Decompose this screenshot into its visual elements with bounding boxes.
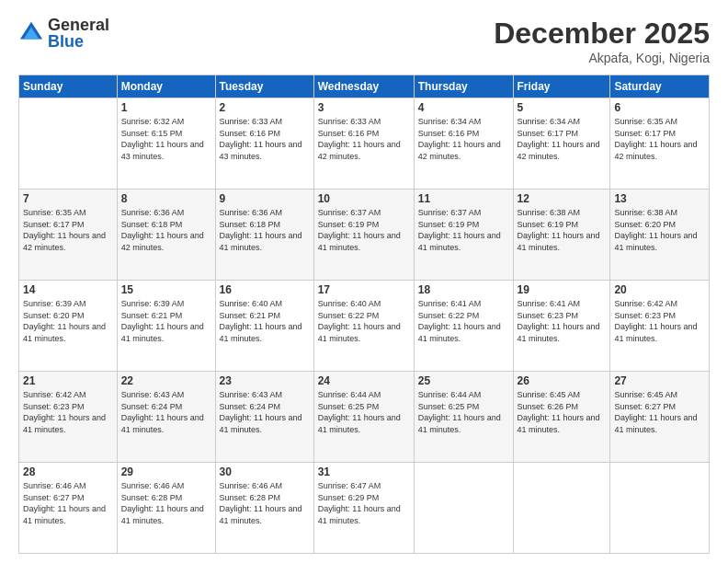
daylight-hours: Daylight: 11 hours and 41 minutes. — [418, 322, 501, 343]
sunset-time: Sunset: 6:15 PM — [121, 129, 183, 138]
page: General Blue December 2025 Akpafa, Kogi,… — [0, 0, 728, 563]
logo-icon — [18, 20, 44, 46]
sunset-time: Sunset: 6:18 PM — [220, 220, 281, 229]
cell-info: Sunrise: 6:44 AM Sunset: 6:25 PM Dayligh… — [418, 389, 509, 435]
sunset-time: Sunset: 6:23 PM — [23, 402, 85, 411]
sunrise-time: Sunrise: 6:43 AM — [220, 390, 283, 399]
daylight-hours: Daylight: 11 hours and 41 minutes. — [220, 504, 302, 525]
sunset-time: Sunset: 6:26 PM — [518, 402, 579, 411]
calendar-cell: 20 Sunrise: 6:42 AM Sunset: 6:23 PM Dayl… — [610, 281, 710, 372]
cell-info: Sunrise: 6:43 AM Sunset: 6:24 PM Dayligh… — [220, 389, 310, 435]
cell-info: Sunrise: 6:40 AM Sunset: 6:21 PM Dayligh… — [220, 298, 310, 344]
sunrise-time: Sunrise: 6:39 AM — [23, 299, 86, 308]
calendar-cell: 30 Sunrise: 6:46 AM Sunset: 6:28 PM Dayl… — [215, 463, 313, 554]
sunset-time: Sunset: 6:16 PM — [220, 129, 281, 138]
sunrise-time: Sunrise: 6:34 AM — [418, 117, 482, 126]
sunrise-time: Sunrise: 6:43 AM — [121, 390, 185, 399]
sunrise-time: Sunrise: 6:36 AM — [220, 208, 283, 217]
calendar-cell: 3 Sunrise: 6:33 AM Sunset: 6:16 PM Dayli… — [313, 98, 414, 190]
calendar-cell: 15 Sunrise: 6:39 AM Sunset: 6:21 PM Dayl… — [117, 281, 215, 372]
calendar-cell: 2 Sunrise: 6:33 AM Sunset: 6:16 PM Dayli… — [215, 98, 313, 190]
logo: General Blue — [18, 17, 109, 50]
day-number: 20 — [614, 283, 705, 296]
sunrise-time: Sunrise: 6:35 AM — [23, 208, 86, 217]
sunset-time: Sunset: 6:17 PM — [518, 129, 579, 138]
day-number: 5 — [518, 101, 607, 114]
daylight-hours: Daylight: 11 hours and 42 minutes. — [23, 231, 106, 252]
day-number: 29 — [121, 465, 211, 478]
daylight-hours: Daylight: 11 hours and 41 minutes. — [518, 413, 600, 434]
calendar-cell: 8 Sunrise: 6:36 AM Sunset: 6:18 PM Dayli… — [117, 190, 215, 281]
calendar-cell: 16 Sunrise: 6:40 AM Sunset: 6:21 PM Dayl… — [215, 281, 313, 372]
calendar-cell — [513, 463, 610, 554]
logo-general: General — [48, 17, 109, 33]
sunrise-time: Sunrise: 6:34 AM — [518, 117, 581, 126]
daylight-hours: Daylight: 11 hours and 41 minutes. — [318, 322, 401, 343]
calendar-cell: 23 Sunrise: 6:43 AM Sunset: 6:24 PM Dayl… — [215, 372, 313, 463]
daylight-hours: Daylight: 11 hours and 41 minutes. — [23, 413, 106, 434]
logo-blue: Blue — [48, 33, 109, 50]
cell-info: Sunrise: 6:33 AM Sunset: 6:16 PM Dayligh… — [318, 116, 410, 162]
calendar-cell — [19, 98, 118, 190]
daylight-hours: Daylight: 11 hours and 42 minutes. — [614, 140, 697, 161]
sunrise-time: Sunrise: 6:32 AM — [121, 117, 185, 126]
sunrise-time: Sunrise: 6:38 AM — [518, 208, 581, 217]
sunrise-time: Sunrise: 6:33 AM — [220, 117, 283, 126]
calendar-cell: 12 Sunrise: 6:38 AM Sunset: 6:19 PM Dayl… — [513, 190, 610, 281]
calendar-cell: 5 Sunrise: 6:34 AM Sunset: 6:17 PM Dayli… — [513, 98, 610, 190]
day-number: 26 — [518, 374, 607, 387]
calendar-week-1: 1 Sunrise: 6:32 AM Sunset: 6:15 PM Dayli… — [19, 98, 710, 190]
sunset-time: Sunset: 6:16 PM — [318, 129, 380, 138]
cell-info: Sunrise: 6:39 AM Sunset: 6:20 PM Dayligh… — [23, 298, 113, 344]
daylight-hours: Daylight: 11 hours and 43 minutes. — [121, 140, 204, 161]
daylight-hours: Daylight: 11 hours and 41 minutes. — [23, 504, 106, 525]
sunset-time: Sunset: 6:17 PM — [23, 220, 85, 229]
daylight-hours: Daylight: 11 hours and 42 minutes. — [418, 140, 501, 161]
day-number: 13 — [614, 192, 705, 205]
sunrise-time: Sunrise: 6:44 AM — [418, 390, 482, 399]
sunset-time: Sunset: 6:24 PM — [121, 402, 183, 411]
daylight-hours: Daylight: 11 hours and 41 minutes. — [121, 413, 204, 434]
cell-info: Sunrise: 6:39 AM Sunset: 6:21 PM Dayligh… — [121, 298, 211, 344]
daylight-hours: Daylight: 11 hours and 41 minutes. — [121, 504, 204, 525]
calendar-cell: 27 Sunrise: 6:45 AM Sunset: 6:27 PM Dayl… — [610, 372, 710, 463]
calendar-cell: 21 Sunrise: 6:42 AM Sunset: 6:23 PM Dayl… — [19, 372, 118, 463]
day-number: 18 — [418, 283, 509, 296]
month-title: December 2025 — [494, 17, 710, 51]
day-number: 8 — [121, 192, 211, 205]
day-number: 3 — [318, 101, 410, 114]
cell-info: Sunrise: 6:42 AM Sunset: 6:23 PM Dayligh… — [23, 389, 113, 435]
daylight-hours: Daylight: 11 hours and 42 minutes. — [318, 140, 401, 161]
sunset-time: Sunset: 6:23 PM — [614, 311, 676, 320]
day-number: 25 — [418, 374, 509, 387]
daylight-hours: Daylight: 11 hours and 41 minutes. — [220, 231, 302, 252]
cell-info: Sunrise: 6:43 AM Sunset: 6:24 PM Dayligh… — [121, 389, 211, 435]
sunrise-time: Sunrise: 6:36 AM — [121, 208, 185, 217]
sunrise-time: Sunrise: 6:47 AM — [318, 481, 381, 490]
sunset-time: Sunset: 6:24 PM — [220, 402, 281, 411]
cell-info: Sunrise: 6:46 AM Sunset: 6:28 PM Dayligh… — [121, 480, 211, 526]
cell-info: Sunrise: 6:45 AM Sunset: 6:26 PM Dayligh… — [518, 389, 607, 435]
calendar-header-thursday: Thursday — [414, 75, 513, 98]
sunrise-time: Sunrise: 6:35 AM — [614, 117, 677, 126]
calendar-week-5: 28 Sunrise: 6:46 AM Sunset: 6:27 PM Dayl… — [19, 463, 710, 554]
calendar-cell: 19 Sunrise: 6:41 AM Sunset: 6:23 PM Dayl… — [513, 281, 610, 372]
sunset-time: Sunset: 6:23 PM — [518, 311, 579, 320]
cell-info: Sunrise: 6:38 AM Sunset: 6:20 PM Dayligh… — [614, 207, 705, 253]
calendar-cell: 22 Sunrise: 6:43 AM Sunset: 6:24 PM Dayl… — [117, 372, 215, 463]
calendar-header-monday: Monday — [117, 75, 215, 98]
cell-info: Sunrise: 6:36 AM Sunset: 6:18 PM Dayligh… — [220, 207, 310, 253]
day-number: 6 — [614, 101, 705, 114]
daylight-hours: Daylight: 11 hours and 41 minutes. — [318, 413, 401, 434]
day-number: 17 — [318, 283, 410, 296]
sunrise-time: Sunrise: 6:41 AM — [518, 299, 581, 308]
day-number: 9 — [220, 192, 310, 205]
daylight-hours: Daylight: 11 hours and 41 minutes. — [220, 322, 302, 343]
sunrise-time: Sunrise: 6:46 AM — [121, 481, 185, 490]
calendar-cell: 9 Sunrise: 6:36 AM Sunset: 6:18 PM Dayli… — [215, 190, 313, 281]
cell-info: Sunrise: 6:46 AM Sunset: 6:27 PM Dayligh… — [23, 480, 113, 526]
day-number: 19 — [518, 283, 607, 296]
cell-info: Sunrise: 6:37 AM Sunset: 6:19 PM Dayligh… — [318, 207, 410, 253]
calendar-cell: 11 Sunrise: 6:37 AM Sunset: 6:19 PM Dayl… — [414, 190, 513, 281]
sunrise-time: Sunrise: 6:38 AM — [614, 208, 677, 217]
